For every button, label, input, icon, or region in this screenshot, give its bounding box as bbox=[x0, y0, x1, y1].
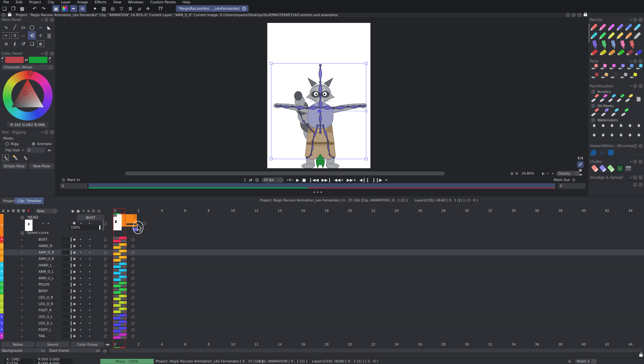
help-notebook-icon[interactable]: ⁇ bbox=[157, 5, 164, 12]
pen-brush[interactable] bbox=[626, 64, 634, 72]
home-icon[interactable]: ⌂ bbox=[568, 359, 571, 363]
layer-thumbnail[interactable] bbox=[62, 270, 70, 274]
eye-icon[interactable]: ◉ bbox=[73, 244, 76, 248]
pencil-brush[interactable] bbox=[617, 23, 624, 30]
opacity-bar[interactable] bbox=[71, 244, 72, 248]
mark-in-clock-icon[interactable]: ◷ bbox=[62, 178, 65, 182]
expand-layer-icon[interactable]: ＋ bbox=[20, 270, 24, 274]
dot-icon[interactable] bbox=[80, 284, 81, 285]
time-icon[interactable]: ◷ bbox=[97, 209, 100, 213]
select-frames-icon[interactable]: ➤ bbox=[7, 208, 10, 213]
collapse-icon[interactable]: ▼ bbox=[44, 130, 48, 134]
notes-tab[interactable]: Notes bbox=[1, 342, 34, 347]
layer-color-tag[interactable]: ⚑ bbox=[0, 326, 4, 333]
watercolor-brush[interactable] bbox=[618, 132, 625, 140]
collapse-icon[interactable]: ▼ bbox=[633, 59, 637, 63]
pen-brush[interactable] bbox=[618, 64, 625, 72]
expand-layer-icon[interactable]: ＋ bbox=[20, 315, 24, 319]
display-select[interactable]: Display▼ bbox=[556, 171, 580, 176]
magnifier-icon[interactable]: ◎ bbox=[109, 5, 116, 12]
eyedropper-icon[interactable]: ✐▼ bbox=[1, 57, 4, 63]
animate-radio[interactable] bbox=[32, 142, 35, 146]
acrylic-brush[interactable] bbox=[599, 94, 608, 102]
layer-name[interactable]: LEG_D_L bbox=[38, 321, 53, 325]
pen-brush[interactable] bbox=[608, 64, 616, 72]
layer-thumbnail[interactable] bbox=[25, 220, 32, 231]
dot-icon[interactable] bbox=[80, 223, 82, 224]
expand-layer-icon[interactable]: ＋ bbox=[20, 263, 24, 268]
pen-brush[interactable] bbox=[591, 64, 598, 72]
exposure-instance[interactable] bbox=[113, 333, 127, 339]
close-icon[interactable]: ✕ bbox=[639, 175, 643, 180]
layer-color-tag[interactable]: ⚑ bbox=[0, 256, 4, 262]
layer-row[interactable]: ⚑ ＋ FOOT_R ◉ ∅ ∅ bbox=[0, 307, 644, 314]
oil-paint-brush[interactable] bbox=[591, 108, 599, 117]
vertical-scrollbar[interactable] bbox=[588, 24, 590, 42]
pencil-brush[interactable] bbox=[634, 23, 641, 30]
dot-icon[interactable] bbox=[89, 297, 90, 298]
collapse-group-icon[interactable]: − bbox=[591, 104, 595, 108]
menu-icon[interactable]: ☰▾ bbox=[41, 349, 45, 352]
watercolor-brush[interactable] bbox=[591, 132, 598, 140]
dot-icon[interactable] bbox=[80, 252, 81, 253]
layer-name[interactable]: ARM_D_L bbox=[38, 270, 54, 274]
dot-icon[interactable] bbox=[89, 245, 90, 246]
light-column-icon[interactable]: ⚪ bbox=[82, 209, 85, 213]
dot-icon[interactable] bbox=[80, 322, 81, 324]
marker-button[interactable]: ⌖ bbox=[385, 178, 388, 182]
expand-layer-icon[interactable]: ＋ bbox=[20, 257, 24, 261]
close-icon[interactable]: ✕ bbox=[639, 59, 643, 63]
crayon-brush[interactable] bbox=[620, 40, 625, 47]
layer-row[interactable]: ⚑ ＋ LEG_U_R ◉ ∅ ∅ bbox=[0, 294, 644, 301]
close-icon[interactable]: ✕ bbox=[639, 160, 643, 164]
open-project-icon[interactable]: ❐ bbox=[10, 5, 17, 12]
delete-layer-icon[interactable]: ✘ bbox=[27, 208, 30, 213]
head-layer-color-tag[interactable]: ⚑ bbox=[0, 214, 4, 236]
layer-row[interactable]: ⚑ ＋ LEG_U_L ◉ ∅ ∅ bbox=[0, 314, 644, 320]
rectangle-tool[interactable]: ▭ bbox=[19, 23, 28, 32]
add-layer-after-icon[interactable]: ⊞ bbox=[22, 208, 25, 213]
layer-row[interactable]: ⚑ ＋ ARM_D_L ◉ ∅ ∅ bbox=[0, 268, 644, 275]
layer-name[interactable]: BUST bbox=[38, 238, 48, 242]
layer-row[interactable]: ⚑ ＋ BODY ◉ ∅ ∅ bbox=[0, 288, 644, 294]
close-icon[interactable]: ✕ bbox=[639, 18, 643, 22]
dot-icon[interactable] bbox=[80, 329, 81, 330]
exposure-instance[interactable] bbox=[113, 262, 127, 268]
play-button[interactable]: ▶ bbox=[296, 178, 299, 182]
dot-icon[interactable] bbox=[80, 336, 81, 337]
layer-row[interactable]: ⚑ ＋ LEG_D_R ◉ ∅ ∅ bbox=[0, 301, 644, 307]
expand-layer-icon[interactable]: ＋ bbox=[20, 321, 24, 326]
expand-layer-icon[interactable]: ＋ bbox=[20, 276, 24, 280]
light-table-icon[interactable]: ✦ bbox=[91, 5, 98, 12]
collapse-group-icon[interactable]: − bbox=[591, 90, 595, 94]
zoom-in-button[interactable]: ＋ bbox=[551, 171, 554, 176]
add-key-tool[interactable]: ⚷ bbox=[12, 154, 19, 162]
no-rotation-icon[interactable]: ⊘ bbox=[510, 171, 514, 176]
custom-wave-brush[interactable]: ∿ bbox=[600, 150, 604, 156]
layer-color-tag[interactable]: ⚑ bbox=[0, 320, 4, 326]
collapse-all-icon[interactable]: ⇊ bbox=[2, 208, 5, 213]
exposure-instance[interactable] bbox=[113, 282, 127, 288]
pencil-brush[interactable] bbox=[626, 23, 632, 30]
add-layer-before-icon[interactable]: ⊞ bbox=[12, 208, 15, 213]
dot-icon[interactable] bbox=[89, 265, 90, 266]
fit-frame-icon[interactable]: ⊡ bbox=[255, 178, 259, 182]
eye-icon[interactable]: ◉ bbox=[73, 270, 76, 274]
eye-icon[interactable]: ◉ bbox=[73, 328, 76, 332]
head-layer-expanded[interactable]: ⚑ − HEAD BUST ◉ 100% ＋ Speed curve ∅ 2 ∅ bbox=[0, 214, 644, 236]
pencil-brush[interactable] bbox=[591, 32, 598, 38]
chevron-down-icon[interactable]: ▼ bbox=[52, 209, 57, 213]
layer-thumbnail[interactable] bbox=[62, 334, 70, 338]
close-icon[interactable]: ✕ bbox=[639, 84, 643, 88]
acrylic-brush[interactable] bbox=[608, 94, 616, 102]
expand-layer-icon[interactable]: ＋ bbox=[20, 296, 24, 300]
watercolor-brush[interactable] bbox=[600, 123, 607, 131]
expand-layer-icon[interactable]: ＋ bbox=[20, 250, 24, 255]
exposure-instance[interactable] bbox=[113, 327, 127, 332]
close-icon[interactable]: ✕ bbox=[577, 13, 582, 17]
new-pose-button[interactable]: New Pose bbox=[29, 163, 54, 169]
layer-row[interactable]: ⚑ ＋ ARM_U_L ◉ ∅ ∅ bbox=[0, 275, 644, 282]
dot-icon[interactable] bbox=[89, 239, 90, 240]
crayon-brush[interactable] bbox=[630, 40, 634, 47]
stop-button[interactable]: ■ bbox=[302, 178, 306, 182]
